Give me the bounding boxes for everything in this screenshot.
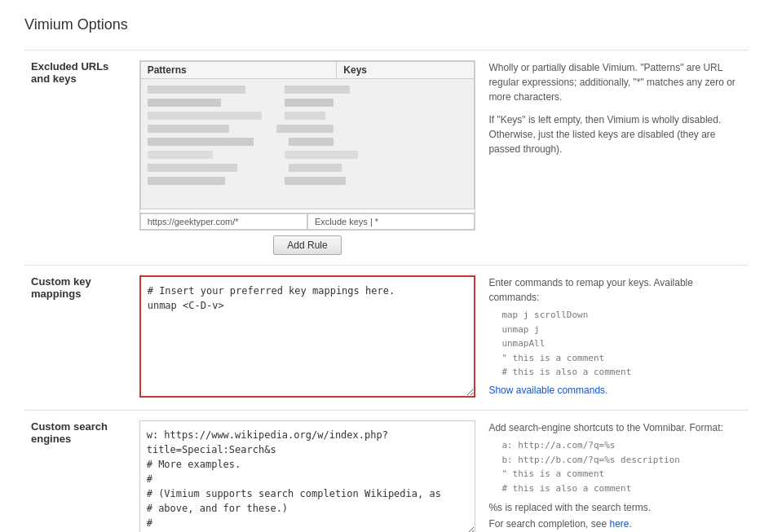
page-title: Vimium Options: [24, 16, 749, 33]
key-mappings-help-intro: Enter commands to remap your keys. Avail…: [488, 275, 742, 305]
show-commands-link[interactable]: Show available commands.: [488, 385, 607, 396]
search-engines-completion: For search completion, see here.: [488, 517, 742, 531]
excluded-urls-row: Excluded URLs and keys Patterns Keys: [24, 51, 749, 266]
search-engines-examples: a: http://a.com/?q=%s b: http://b.com/?q…: [501, 438, 742, 495]
search-engines-label: Custom search engines: [31, 420, 108, 445]
excluded-urls-blurred-content: [140, 79, 475, 209]
search-example-4: # this is also a comment: [501, 481, 742, 496]
key-mappings-cmd-1: map j scrollDown: [501, 308, 742, 323]
excluded-urls-footer: https://geektyper.com/* Exclude keys | *: [140, 213, 475, 230]
key-mappings-textarea[interactable]: # Insert your preferred key mappings her…: [139, 275, 476, 398]
footer-keys: Exclude keys | *: [307, 213, 475, 230]
excluded-urls-help-1: Wholly or partially disable Vimium. "Pat…: [488, 60, 742, 104]
key-mappings-cmd-4: " this is a comment: [501, 351, 742, 366]
keys-column-header: Keys: [337, 62, 475, 79]
key-mappings-cmd-3: unmapAll: [501, 336, 742, 351]
search-engines-textarea[interactable]: w: https://www.wikipedia.org/w/index.php…: [139, 420, 476, 532]
search-example-2: b: http://b.com/?q=%s description: [501, 453, 742, 468]
footer-url: https://geektyper.com/*: [140, 213, 307, 230]
key-mappings-commands: map j scrollDown unmap j unmapAll " this…: [501, 308, 742, 380]
add-rule-button[interactable]: Add Rule: [273, 235, 341, 255]
search-example-3: " this is a comment: [501, 467, 742, 481]
key-mappings-label: Custom key mappings: [31, 275, 91, 300]
search-engines-note: %s is replaced with the search terms.: [488, 500, 742, 515]
search-completion-here-link[interactable]: here: [609, 518, 629, 530]
excluded-urls-help-2: If "Keys" is left empty, then Vimium is …: [488, 112, 742, 156]
key-mappings-cmd-5: # this is also a comment: [501, 365, 742, 380]
excluded-urls-label: Excluded URLs and keys: [31, 60, 108, 85]
search-engines-help-intro: Add search-engine shortcuts to the Vomni…: [488, 420, 742, 435]
key-mappings-row: Custom key mappings # Insert your prefer…: [24, 266, 749, 411]
key-mappings-cmd-2: unmap j: [501, 323, 742, 337]
search-engines-row: Custom search engines w: https://www.wik…: [24, 411, 749, 533]
search-example-1: a: http://a.com/?q=%s: [501, 438, 742, 453]
patterns-column-header: Patterns: [140, 62, 337, 79]
